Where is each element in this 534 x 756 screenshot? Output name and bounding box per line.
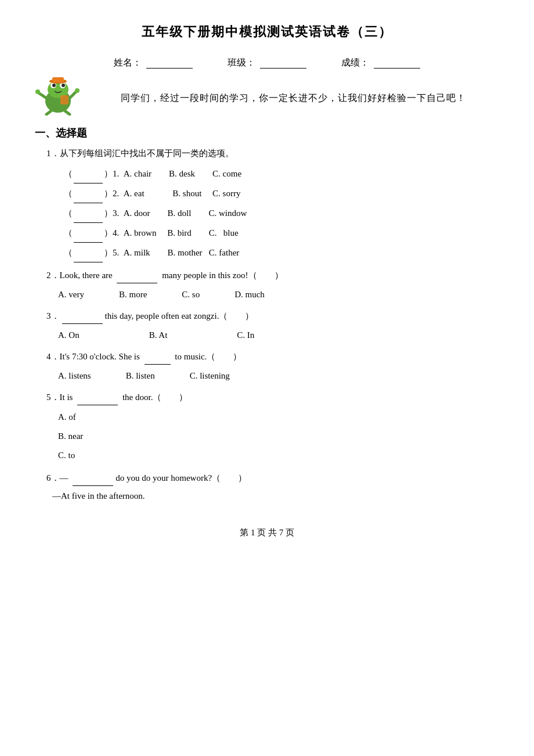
question-1-block: 1．从下列每组词汇中找出不属于同一类的选项。 （ ）1. A. chair B.… bbox=[35, 146, 499, 262]
question-2-block: 2．Look, there are many people in this zo… bbox=[35, 267, 499, 303]
class-field: 班级： bbox=[228, 57, 306, 69]
svg-point-8 bbox=[35, 89, 40, 94]
question-3-options: A. On B. At C. In bbox=[46, 326, 499, 344]
q1-blank-4 bbox=[74, 223, 103, 243]
intro-text: 同学们，经过一段时间的学习，你一定长进不少，让我们好好检验一下自己吧！ bbox=[87, 92, 499, 105]
class-label: 班级： bbox=[228, 57, 255, 69]
question-6-text: 6．— do you do your homework?（ ） bbox=[46, 470, 499, 486]
name-label: 姓名： bbox=[114, 57, 142, 69]
svg-line-10 bbox=[46, 111, 51, 114]
class-underline bbox=[260, 57, 306, 69]
section1-title: 一、选择题 bbox=[35, 126, 499, 140]
question-5-block: 5．It is the door.（ ） A. of B. near C. to bbox=[35, 389, 499, 465]
svg-point-4 bbox=[52, 84, 56, 87]
question-1-instruction: 1．从下列每组词汇中找出不属于同一类的选项。 bbox=[46, 146, 499, 161]
q2-opt-a: A. very bbox=[58, 286, 84, 303]
question-3-block: 3． this day, people often eat zongzi.（ ）… bbox=[35, 308, 499, 344]
score-field: 成绩： bbox=[341, 57, 420, 69]
mascot-icon bbox=[35, 75, 81, 116]
q3-opt-a: A. On bbox=[58, 326, 80, 344]
score-underline bbox=[374, 57, 420, 69]
score-label: 成绩： bbox=[341, 57, 369, 69]
question-4-text: 4．It's 7:30 o'clock. She is to music.（ ） bbox=[46, 348, 499, 365]
q1-blank-5 bbox=[74, 243, 103, 262]
q1-item-3: （ ）3. A. door B. doll C. window bbox=[64, 203, 499, 223]
question-4-options: A. listens B. listen C. listening bbox=[46, 367, 499, 384]
svg-point-5 bbox=[62, 84, 65, 87]
q4-opt-c: C. listening bbox=[190, 367, 230, 384]
q2-blank bbox=[117, 267, 157, 283]
question-4-block: 4．It's 7:30 o'clock. She is to music.（ ）… bbox=[35, 348, 499, 384]
svg-rect-12 bbox=[60, 95, 68, 105]
q1-item-4: （ ）4. A. brown B. bird C. blue bbox=[64, 223, 499, 243]
q5-blank bbox=[77, 389, 118, 405]
q1-blank-3 bbox=[74, 203, 103, 223]
question-1-items: （ ）1. A. chair B. desk C. come （ ）2. A. … bbox=[46, 164, 499, 262]
q3-blank bbox=[62, 308, 103, 324]
q1-item-5: （ ）5. A. milk B. mother C. father bbox=[64, 243, 499, 262]
q5-opt-b: B. near bbox=[58, 427, 499, 446]
q2-opt-c: C. so bbox=[182, 286, 200, 303]
q1-blank-1 bbox=[74, 164, 103, 183]
header-area: 同学们，经过一段时间的学习，你一定长进不少，让我们好好检验一下自己吧！ bbox=[35, 75, 499, 116]
question-5-options: A. of B. near C. to bbox=[46, 408, 499, 465]
name-underline bbox=[146, 57, 193, 69]
q3-opt-b: B. At bbox=[149, 326, 168, 344]
q4-blank bbox=[145, 348, 171, 365]
q1-blank-2 bbox=[74, 183, 103, 203]
question-2-text: 2．Look, there are many people in this zo… bbox=[46, 267, 499, 283]
page-title: 五年级下册期中模拟测试英语试卷（三） bbox=[35, 23, 499, 41]
svg-rect-14 bbox=[52, 77, 64, 82]
question-3-text: 3． this day, people often eat zongzi.（ ） bbox=[46, 308, 499, 324]
info-row: 姓名： 班级： 成绩： bbox=[35, 57, 499, 69]
question-6-block: 6．— do you do your homework?（ ） —At five… bbox=[35, 470, 499, 504]
svg-line-11 bbox=[65, 111, 70, 114]
question-2-options: A. very B. more C. so D. much bbox=[46, 286, 499, 303]
q4-opt-b: B. listen bbox=[126, 367, 155, 384]
q5-opt-a: A. of bbox=[58, 408, 499, 427]
question-5-text: 5．It is the door.（ ） bbox=[46, 389, 499, 405]
q6-blank bbox=[73, 470, 113, 486]
q2-opt-d: D. much bbox=[234, 286, 265, 303]
q1-item-2: （ ）2. A. eat B. shout C. sorry bbox=[64, 183, 499, 203]
footer-text: 第 1 页 共 7 页 bbox=[240, 528, 294, 537]
q4-opt-a: A. listens bbox=[58, 367, 91, 384]
question-6-answer: —At five in the afternoon. bbox=[46, 488, 499, 504]
page-footer: 第 1 页 共 7 页 bbox=[35, 527, 499, 538]
q3-opt-c: C. In bbox=[237, 326, 254, 344]
q2-opt-b: B. more bbox=[119, 286, 147, 303]
svg-point-9 bbox=[75, 88, 80, 93]
q1-item-1: （ ）1. A. chair B. desk C. come bbox=[64, 164, 499, 183]
name-field: 姓名： bbox=[114, 57, 193, 69]
q5-opt-c: C. to bbox=[58, 446, 499, 465]
